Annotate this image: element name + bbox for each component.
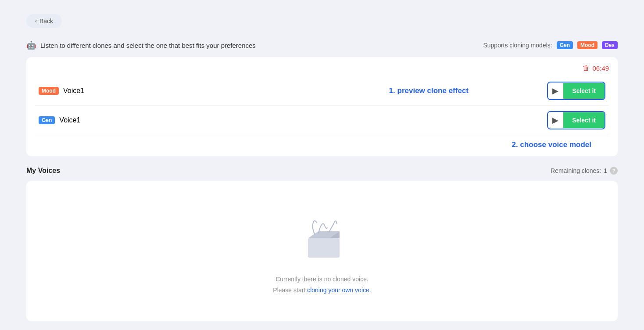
clone-voice-link[interactable]: cloning your own voice.	[307, 287, 371, 294]
gen-badge: Gen	[557, 41, 573, 49]
supports-label: Supports cloning models:	[483, 42, 552, 49]
remaining-count: 1	[604, 167, 607, 174]
remaining-label: Remaining clones:	[551, 167, 601, 174]
voice-actions-gen: ▶ Select it	[547, 111, 605, 129]
voice-row-mood: Mood Voice1 1. preview clone effect ▶ Se…	[35, 76, 609, 106]
header-row: 🤖 Listen to different clones and select …	[26, 40, 618, 50]
header-instruction: Listen to different clones and select th…	[40, 42, 256, 49]
trash-icon: 🗑	[583, 64, 590, 72]
play-button-gen[interactable]: ▶	[548, 112, 563, 129]
empty-state-text: Currently there is no cloned voice. Plea…	[273, 274, 371, 296]
annotation-preview: 1. preview clone effect	[389, 86, 469, 95]
voice-label-gen: Gen Voice1	[39, 116, 547, 124]
header-left: 🤖 Listen to different clones and select …	[26, 40, 256, 50]
mood-voice-badge: Mood	[39, 87, 59, 95]
voice-label-mood: Mood Voice1	[39, 87, 547, 95]
header-right: Supports cloning models: Gen Mood Des	[483, 41, 618, 49]
empty-line1: Currently there is no cloned voice.	[275, 276, 369, 283]
empty-illustration	[287, 206, 357, 263]
help-icon[interactable]: ?	[610, 167, 618, 175]
remaining-info: Remaining clones: 1 ?	[551, 167, 618, 175]
voice-row-gen: Gen Voice1 ▶ Select it	[35, 106, 609, 135]
timer-row: 🗑 06:49	[35, 64, 609, 72]
play-button-mood[interactable]: ▶	[548, 82, 563, 99]
des-badge: Des	[602, 41, 618, 49]
timer-display: 06:49	[592, 65, 609, 72]
chevron-left-icon: ‹	[35, 18, 37, 24]
gen-voice-badge: Gen	[39, 116, 55, 124]
robot-icon: 🤖	[26, 40, 36, 50]
my-voices-header: My Voices Remaining clones: 1 ?	[26, 167, 618, 175]
my-voices-title: My Voices	[26, 167, 60, 175]
empty-line2: Please start	[273, 287, 307, 294]
voice-actions-mood: ▶ Select it	[547, 82, 605, 100]
back-button[interactable]: ‹ Back	[26, 14, 62, 28]
annotation-model: 2. choose voice model	[512, 140, 591, 149]
my-voices-panel: Currently there is no cloned voice. Plea…	[26, 181, 618, 321]
svg-rect-0	[308, 238, 340, 258]
voice-name-gen: Voice1	[59, 116, 80, 124]
mood-badge: Mood	[577, 41, 597, 49]
back-label: Back	[39, 18, 53, 25]
select-button-mood[interactable]: Select it	[563, 83, 605, 99]
select-button-gen[interactable]: Select it	[563, 112, 605, 128]
clone-panel: 🗑 06:49 Mood Voice1 1. preview clone eff…	[26, 57, 618, 156]
voice-name-mood: Voice1	[63, 87, 84, 95]
